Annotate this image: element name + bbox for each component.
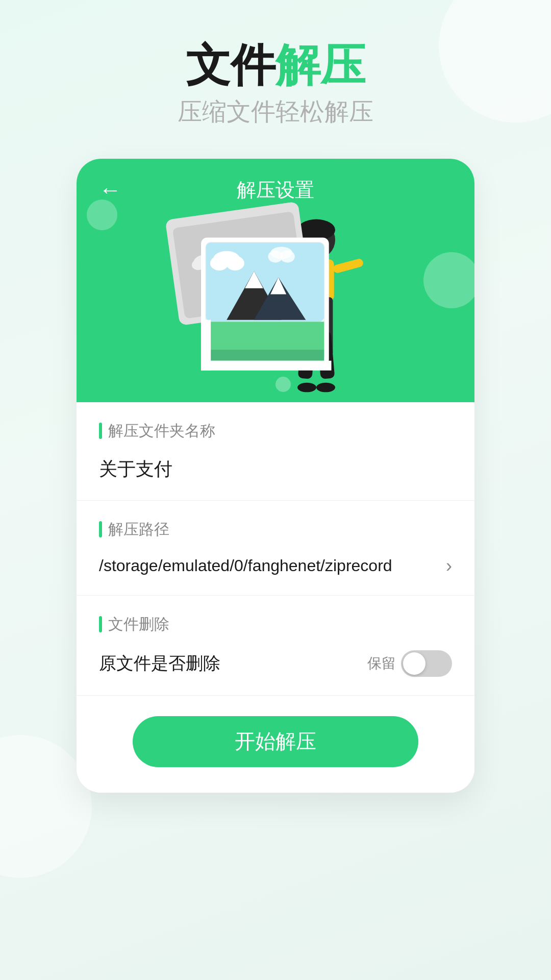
svg-point-31	[226, 256, 244, 271]
card-header: ← 解压设置	[77, 159, 474, 402]
label-bar-3	[99, 616, 102, 632]
label-bar	[99, 423, 102, 439]
start-extract-button[interactable]: 开始解压	[133, 716, 418, 767]
svg-rect-38	[201, 360, 331, 370]
section-folder-name: 解压文件夹名称 关于支付	[77, 402, 474, 501]
svg-point-34	[280, 250, 295, 262]
file-delete-label-text: 文件删除	[108, 614, 169, 635]
toggle-status-text: 保留	[367, 654, 396, 673]
toggle-row: 原文件是否删除 保留	[99, 645, 452, 695]
folder-illustration	[77, 198, 421, 387]
section-file-delete: 文件删除 原文件是否删除 保留	[77, 596, 474, 696]
toggle-switch[interactable]	[401, 650, 452, 677]
phone-card: ← 解压设置	[77, 159, 474, 793]
chevron-right-icon: ›	[446, 555, 452, 577]
svg-point-30	[210, 256, 229, 271]
title-green: 解压	[276, 40, 365, 90]
extract-path-label-text: 解压路径	[108, 519, 169, 540]
folder-name-label: 解压文件夹名称	[99, 421, 452, 442]
file-delete-label: 文件删除	[99, 614, 452, 635]
svg-rect-36	[206, 350, 324, 360]
label-bar-2	[99, 521, 102, 537]
toggle-knob	[403, 652, 425, 675]
toggle-label-text: 原文件是否删除	[99, 652, 220, 675]
content-wrapper: 文件解压 压缩文件轻松解压 ← 解压设置	[0, 41, 551, 793]
section-extract-path: 解压路径 /storage/emulated/0/fanghenet/zipre…	[77, 501, 474, 596]
toggle-container: 保留	[367, 650, 452, 677]
illustration-area	[99, 213, 452, 402]
folder-name-value: 关于支付	[99, 452, 452, 500]
extract-path-value: /storage/emulated/0/fanghenet/ziprecord	[99, 556, 392, 575]
extract-path-label: 解压路径	[99, 519, 452, 540]
folder-name-label-text: 解压文件夹名称	[108, 421, 215, 442]
page-title-main: 文件解压	[178, 41, 373, 90]
start-button-section: 开始解压	[77, 696, 474, 793]
page-title-section: 文件解压 压缩文件轻松解压	[178, 41, 373, 128]
title-black: 文件	[186, 40, 276, 90]
card-body: 解压文件夹名称 关于支付 解压路径 /storage/emulated/0/fa…	[77, 402, 474, 793]
extract-path-row[interactable]: /storage/emulated/0/fanghenet/ziprecord …	[99, 550, 452, 595]
page-subtitle: 压缩文件轻松解压	[178, 95, 373, 128]
